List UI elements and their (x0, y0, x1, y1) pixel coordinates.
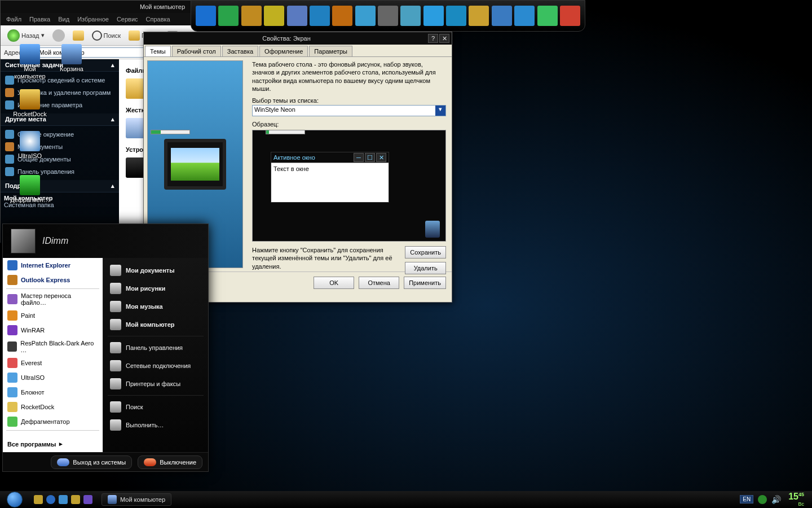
start-menu-right-item[interactable]: Мои рисунки (103, 279, 208, 297)
ql-app[interactable] (82, 494, 94, 505)
start-menu-right-item[interactable]: Сетевые подключения (103, 357, 208, 375)
logoff-button[interactable]: Выход из системы (51, 456, 132, 469)
power-icon (560, 6, 580, 26)
recent-item[interactable]: ResPatch Black-Dark Aero … (3, 338, 103, 356)
app-icon (83, 495, 92, 504)
start-menu-right-item[interactable]: Мой компьютер (103, 316, 208, 334)
language-indicator[interactable]: EN (740, 495, 753, 503)
desktop-icon-rocketdock[interactable]: RocketDock (10, 89, 50, 118)
back-button[interactable]: Назад▾ (5, 28, 47, 43)
back-icon (7, 29, 20, 42)
menu-item[interactable]: Сервис (117, 16, 138, 23)
recent-item[interactable]: Дефрагментатор (3, 414, 103, 429)
recent-item[interactable]: UltraISO (3, 370, 103, 385)
dock-item-globe2[interactable] (446, 3, 466, 28)
menu-item[interactable]: Файл (6, 16, 21, 23)
menu-item[interactable]: Справка (146, 16, 170, 23)
chevron-down-icon: ▾ (435, 106, 445, 116)
dock-item-folder-video[interactable] (286, 3, 307, 28)
dock-item-drive[interactable] (241, 3, 262, 28)
apply-button[interactable]: Применить (404, 277, 446, 289)
save-theme-button[interactable]: Сохранить (405, 246, 446, 259)
taskbar-button-explorer[interactable]: Мой компьютер (102, 493, 171, 506)
recent-item[interactable]: Мастер переноса файло… (3, 290, 103, 308)
close-button[interactable]: ✕ (439, 34, 449, 43)
start-menu-right-item[interactable]: Моя музыка (103, 297, 208, 316)
dock-item-tools[interactable] (469, 3, 489, 28)
ql-rocketdock[interactable] (70, 494, 81, 505)
ql-explorer[interactable] (58, 494, 69, 505)
maximize-icon: ☐ (365, 153, 375, 162)
dock-item-power[interactable] (560, 3, 580, 28)
user-avatar[interactable] (11, 229, 36, 253)
search-button[interactable]: Поиск (90, 29, 123, 42)
dock-item-folder-pics[interactable] (332, 3, 352, 28)
dock-item-help[interactable] (514, 3, 535, 28)
start-menu-right-item[interactable]: Мои документы (103, 261, 208, 279)
dock-item-computer[interactable] (196, 3, 216, 28)
recent-item[interactable]: Everest (3, 356, 103, 370)
desktop-icon-recycle-bin[interactable]: Корзина (52, 44, 91, 73)
app-icon (7, 358, 17, 368)
app-icon (7, 275, 17, 285)
recent-item[interactable]: Paint (3, 308, 103, 323)
start-button[interactable] (0, 491, 29, 508)
ql-show-desktop[interactable] (33, 494, 44, 505)
item-icon (110, 342, 121, 353)
dock-item-calc[interactable] (378, 3, 398, 28)
clock[interactable]: 1545 Вс (785, 492, 807, 506)
pinned-item[interactable]: Outlook Express (3, 273, 103, 287)
ie-icon (46, 495, 55, 504)
theme-select[interactable]: WinStyle Neon▾ (252, 105, 446, 116)
up-button[interactable] (70, 29, 86, 42)
app-icon (7, 310, 17, 321)
titlebar[interactable]: Свойства: Экран ? ✕ (144, 32, 452, 45)
rocketdock-icon (71, 495, 80, 504)
tab-0[interactable]: Темы (145, 46, 171, 56)
start-menu-right-item[interactable]: Поиск (103, 398, 208, 416)
start-menu-right-item[interactable]: Выполнить… (103, 416, 208, 434)
shutdown-button[interactable]: Выключение (138, 456, 202, 469)
all-programs[interactable]: Все программы▸ (3, 436, 103, 452)
dock-item-media-play[interactable] (355, 3, 375, 28)
app-icon (7, 325, 17, 335)
start-menu-right-item[interactable]: Панель управления (103, 339, 208, 357)
taskbar: Мой компьютер EN 🔊 1545 Вс (0, 491, 812, 508)
pinned-item[interactable]: Internet Explorer (3, 258, 103, 273)
folder-up-icon (73, 30, 84, 41)
app-icon (7, 373, 17, 383)
tab-4[interactable]: Параметры (309, 46, 352, 56)
recent-item[interactable]: WinRAR (3, 323, 103, 338)
menu-item[interactable]: Правка (29, 16, 50, 23)
volume-icon[interactable]: 🔊 (771, 495, 780, 504)
tab-2[interactable]: Заставка (222, 46, 258, 56)
start-menu-right-item[interactable]: Принтеры и факсы (103, 375, 208, 393)
dock-item-settings[interactable] (537, 3, 557, 28)
desktop-icon-ultraiso[interactable]: UltraISO (10, 131, 50, 160)
delete-theme-button[interactable]: Удалить (405, 262, 446, 274)
help-button[interactable]: ? (428, 34, 438, 43)
menu-item[interactable]: Избранное (77, 16, 109, 23)
globe-icon (423, 6, 444, 26)
tab-1[interactable]: Рабочий стол (172, 46, 221, 56)
cancel-button[interactable]: Отмена (359, 277, 399, 289)
menu-item[interactable]: Вид (58, 16, 69, 23)
dock-item-folder-music[interactable] (310, 3, 330, 28)
ok-button[interactable]: OK (314, 277, 354, 289)
dock-item-ok[interactable] (218, 3, 239, 28)
calc-icon (378, 6, 398, 26)
forward-button[interactable] (50, 28, 67, 43)
ql-ie[interactable] (45, 494, 56, 505)
recent-item[interactable]: Блокнот (3, 385, 103, 400)
tabs: ТемыРабочий столЗаставкаОформлениеПараме… (144, 45, 452, 57)
tab-3[interactable]: Оформление (259, 46, 308, 56)
dock-item-gear[interactable] (400, 3, 421, 28)
dock-item-recycle[interactable] (492, 3, 512, 28)
dock-item-folder-docs[interactable] (264, 3, 284, 28)
desktop-icon-my-computer[interactable]: Мой компьютер (10, 44, 50, 80)
item-icon (110, 319, 121, 330)
recent-item[interactable]: RocketDock (3, 400, 103, 414)
tray-icon[interactable] (758, 495, 767, 504)
dock-item-globe[interactable] (423, 3, 444, 28)
desktop-icon-defrag[interactable]: Дефрагмен… (10, 175, 50, 204)
